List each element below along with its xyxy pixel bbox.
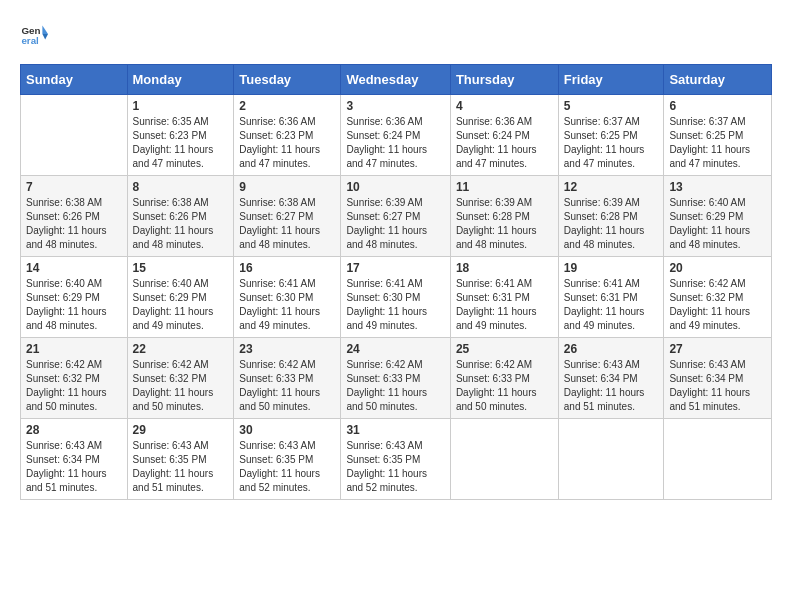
- calendar-cell: [558, 419, 664, 500]
- day-info: Sunrise: 6:36 AM Sunset: 6:24 PM Dayligh…: [346, 115, 444, 171]
- calendar-cell: 24Sunrise: 6:42 AM Sunset: 6:33 PM Dayli…: [341, 338, 450, 419]
- day-number: 10: [346, 180, 444, 194]
- day-number: 29: [133, 423, 229, 437]
- day-number: 5: [564, 99, 659, 113]
- weekday-header: Thursday: [450, 65, 558, 95]
- weekday-header: Saturday: [664, 65, 772, 95]
- calendar-cell: 15Sunrise: 6:40 AM Sunset: 6:29 PM Dayli…: [127, 257, 234, 338]
- day-info: Sunrise: 6:39 AM Sunset: 6:27 PM Dayligh…: [346, 196, 444, 252]
- day-number: 6: [669, 99, 766, 113]
- day-info: Sunrise: 6:40 AM Sunset: 6:29 PM Dayligh…: [26, 277, 122, 333]
- day-number: 8: [133, 180, 229, 194]
- day-info: Sunrise: 6:43 AM Sunset: 6:35 PM Dayligh…: [133, 439, 229, 495]
- svg-marker-2: [42, 26, 48, 34]
- logo-icon: Gen eral: [20, 20, 48, 48]
- calendar-cell: 5Sunrise: 6:37 AM Sunset: 6:25 PM Daylig…: [558, 95, 664, 176]
- calendar-cell: 6Sunrise: 6:37 AM Sunset: 6:25 PM Daylig…: [664, 95, 772, 176]
- calendar-cell: 30Sunrise: 6:43 AM Sunset: 6:35 PM Dayli…: [234, 419, 341, 500]
- day-number: 13: [669, 180, 766, 194]
- day-number: 19: [564, 261, 659, 275]
- day-info: Sunrise: 6:38 AM Sunset: 6:27 PM Dayligh…: [239, 196, 335, 252]
- logo: Gen eral: [20, 20, 52, 48]
- calendar-cell: 21Sunrise: 6:42 AM Sunset: 6:32 PM Dayli…: [21, 338, 128, 419]
- day-number: 28: [26, 423, 122, 437]
- day-info: Sunrise: 6:40 AM Sunset: 6:29 PM Dayligh…: [133, 277, 229, 333]
- day-info: Sunrise: 6:38 AM Sunset: 6:26 PM Dayligh…: [133, 196, 229, 252]
- day-number: 9: [239, 180, 335, 194]
- weekday-header: Friday: [558, 65, 664, 95]
- calendar-cell: 14Sunrise: 6:40 AM Sunset: 6:29 PM Dayli…: [21, 257, 128, 338]
- calendar-cell: 17Sunrise: 6:41 AM Sunset: 6:30 PM Dayli…: [341, 257, 450, 338]
- day-info: Sunrise: 6:43 AM Sunset: 6:34 PM Dayligh…: [669, 358, 766, 414]
- calendar-cell: 19Sunrise: 6:41 AM Sunset: 6:31 PM Dayli…: [558, 257, 664, 338]
- calendar-cell: 11Sunrise: 6:39 AM Sunset: 6:28 PM Dayli…: [450, 176, 558, 257]
- calendar-cell: 8Sunrise: 6:38 AM Sunset: 6:26 PM Daylig…: [127, 176, 234, 257]
- day-number: 3: [346, 99, 444, 113]
- calendar-cell: 3Sunrise: 6:36 AM Sunset: 6:24 PM Daylig…: [341, 95, 450, 176]
- day-number: 7: [26, 180, 122, 194]
- week-row: 1Sunrise: 6:35 AM Sunset: 6:23 PM Daylig…: [21, 95, 772, 176]
- calendar-cell: 22Sunrise: 6:42 AM Sunset: 6:32 PM Dayli…: [127, 338, 234, 419]
- calendar-cell: 31Sunrise: 6:43 AM Sunset: 6:35 PM Dayli…: [341, 419, 450, 500]
- calendar-cell: 26Sunrise: 6:43 AM Sunset: 6:34 PM Dayli…: [558, 338, 664, 419]
- day-info: Sunrise: 6:43 AM Sunset: 6:35 PM Dayligh…: [239, 439, 335, 495]
- weekday-header: Wednesday: [341, 65, 450, 95]
- calendar-cell: [664, 419, 772, 500]
- calendar-cell: 2Sunrise: 6:36 AM Sunset: 6:23 PM Daylig…: [234, 95, 341, 176]
- calendar-table: SundayMondayTuesdayWednesdayThursdayFrid…: [20, 64, 772, 500]
- day-number: 4: [456, 99, 553, 113]
- day-info: Sunrise: 6:36 AM Sunset: 6:23 PM Dayligh…: [239, 115, 335, 171]
- day-info: Sunrise: 6:41 AM Sunset: 6:31 PM Dayligh…: [456, 277, 553, 333]
- day-info: Sunrise: 6:41 AM Sunset: 6:30 PM Dayligh…: [346, 277, 444, 333]
- day-number: 14: [26, 261, 122, 275]
- day-number: 18: [456, 261, 553, 275]
- day-info: Sunrise: 6:42 AM Sunset: 6:32 PM Dayligh…: [26, 358, 122, 414]
- day-number: 20: [669, 261, 766, 275]
- day-number: 24: [346, 342, 444, 356]
- day-number: 26: [564, 342, 659, 356]
- day-info: Sunrise: 6:41 AM Sunset: 6:30 PM Dayligh…: [239, 277, 335, 333]
- calendar-cell: 16Sunrise: 6:41 AM Sunset: 6:30 PM Dayli…: [234, 257, 341, 338]
- calendar-cell: 10Sunrise: 6:39 AM Sunset: 6:27 PM Dayli…: [341, 176, 450, 257]
- day-number: 31: [346, 423, 444, 437]
- calendar-cell: 12Sunrise: 6:39 AM Sunset: 6:28 PM Dayli…: [558, 176, 664, 257]
- header-row: SundayMondayTuesdayWednesdayThursdayFrid…: [21, 65, 772, 95]
- calendar-cell: 4Sunrise: 6:36 AM Sunset: 6:24 PM Daylig…: [450, 95, 558, 176]
- calendar-cell: 7Sunrise: 6:38 AM Sunset: 6:26 PM Daylig…: [21, 176, 128, 257]
- day-info: Sunrise: 6:43 AM Sunset: 6:34 PM Dayligh…: [26, 439, 122, 495]
- calendar-cell: 25Sunrise: 6:42 AM Sunset: 6:33 PM Dayli…: [450, 338, 558, 419]
- day-info: Sunrise: 6:40 AM Sunset: 6:29 PM Dayligh…: [669, 196, 766, 252]
- calendar-cell: 18Sunrise: 6:41 AM Sunset: 6:31 PM Dayli…: [450, 257, 558, 338]
- weekday-header: Monday: [127, 65, 234, 95]
- day-number: 27: [669, 342, 766, 356]
- calendar-cell: [450, 419, 558, 500]
- day-info: Sunrise: 6:39 AM Sunset: 6:28 PM Dayligh…: [564, 196, 659, 252]
- day-number: 25: [456, 342, 553, 356]
- day-number: 11: [456, 180, 553, 194]
- week-row: 28Sunrise: 6:43 AM Sunset: 6:34 PM Dayli…: [21, 419, 772, 500]
- calendar-cell: 20Sunrise: 6:42 AM Sunset: 6:32 PM Dayli…: [664, 257, 772, 338]
- week-row: 7Sunrise: 6:38 AM Sunset: 6:26 PM Daylig…: [21, 176, 772, 257]
- day-number: 21: [26, 342, 122, 356]
- week-row: 14Sunrise: 6:40 AM Sunset: 6:29 PM Dayli…: [21, 257, 772, 338]
- day-info: Sunrise: 6:38 AM Sunset: 6:26 PM Dayligh…: [26, 196, 122, 252]
- calendar-cell: 28Sunrise: 6:43 AM Sunset: 6:34 PM Dayli…: [21, 419, 128, 500]
- week-row: 21Sunrise: 6:42 AM Sunset: 6:32 PM Dayli…: [21, 338, 772, 419]
- header: Gen eral: [20, 20, 772, 48]
- calendar-cell: [21, 95, 128, 176]
- day-number: 16: [239, 261, 335, 275]
- day-number: 15: [133, 261, 229, 275]
- svg-marker-3: [42, 34, 48, 40]
- svg-text:eral: eral: [21, 35, 39, 46]
- calendar-cell: 23Sunrise: 6:42 AM Sunset: 6:33 PM Dayli…: [234, 338, 341, 419]
- day-info: Sunrise: 6:37 AM Sunset: 6:25 PM Dayligh…: [564, 115, 659, 171]
- day-info: Sunrise: 6:37 AM Sunset: 6:25 PM Dayligh…: [669, 115, 766, 171]
- day-number: 30: [239, 423, 335, 437]
- day-number: 2: [239, 99, 335, 113]
- weekday-header: Sunday: [21, 65, 128, 95]
- day-info: Sunrise: 6:42 AM Sunset: 6:33 PM Dayligh…: [346, 358, 444, 414]
- day-info: Sunrise: 6:35 AM Sunset: 6:23 PM Dayligh…: [133, 115, 229, 171]
- day-info: Sunrise: 6:42 AM Sunset: 6:33 PM Dayligh…: [456, 358, 553, 414]
- calendar-cell: 29Sunrise: 6:43 AM Sunset: 6:35 PM Dayli…: [127, 419, 234, 500]
- day-info: Sunrise: 6:42 AM Sunset: 6:33 PM Dayligh…: [239, 358, 335, 414]
